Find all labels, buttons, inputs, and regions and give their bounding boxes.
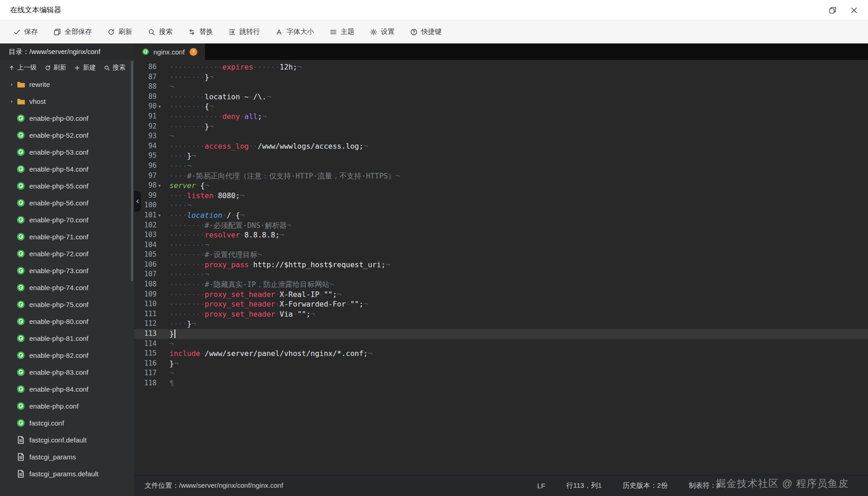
replace-button[interactable]: 替换	[180, 21, 221, 43]
fold-arrow-icon[interactable]: ▾	[157, 102, 163, 112]
tree-item-rewrite[interactable]: rewrite	[0, 76, 134, 93]
tree-item-label: enable-php-73.conf	[29, 267, 88, 275]
code-line-95[interactable]: 95····}¬	[134, 151, 868, 161]
code-line-88[interactable]: 88¬	[134, 82, 868, 92]
code-line-109[interactable]: 109········proxy_set_header·X-Real-IP·""…	[134, 290, 868, 300]
tree-item-fastcgi.conf.default[interactable]: fastcgi.conf.default	[0, 431, 134, 448]
code-line-107[interactable]: 107········¬	[134, 270, 868, 280]
conf-file-icon	[16, 114, 25, 123]
line-number: 94	[148, 141, 157, 151]
code-line-92[interactable]: 92········}¬	[134, 122, 868, 132]
tree-item-enable-php-80.conf[interactable]: enable-php-80.conf	[0, 313, 134, 330]
code-line-99[interactable]: 99····listen·8080;¬	[134, 191, 868, 201]
sidebar-nav-refresh[interactable]: 刷新	[45, 64, 66, 72]
code-line-118[interactable]: 118¶	[134, 378, 868, 388]
tree-item-enable-php-84.conf[interactable]: enable-php-84.conf	[0, 381, 134, 398]
tree-item-enable-php-70.conf[interactable]: enable-php-70.conf	[0, 211, 134, 228]
code-text: ········}¬	[164, 122, 213, 132]
tree-item-label: fastcgi.conf	[29, 419, 64, 427]
tree-item-enable-php-83.conf[interactable]: enable-php-83.conf	[0, 364, 134, 381]
line-number: 109	[144, 290, 157, 300]
tree-item-enable-php-81.conf[interactable]: enable-php-81.conf	[0, 330, 134, 347]
code-line-117[interactable]: 117¬	[134, 368, 868, 378]
code-line-102[interactable]: 102········#·必须配置·DNS·解析器¬	[134, 221, 868, 231]
sidebar-nav-search[interactable]: 搜索	[104, 64, 125, 72]
code-editor[interactable]: 86············expires······12h;¬87······…	[134, 60, 868, 475]
code-line-96[interactable]: 96····¬	[134, 161, 868, 171]
code-line-116[interactable]: 116}¬	[134, 359, 868, 369]
tree-item-enable-php-54.conf[interactable]: enable-php-54.conf	[0, 161, 134, 178]
shortcuts-button[interactable]: 快捷键	[402, 21, 450, 43]
refresh-button[interactable]: 刷新	[100, 21, 140, 43]
search-icon	[148, 28, 155, 36]
shortcuts-label: 快捷键	[421, 27, 442, 36]
sidebar-nav-new[interactable]: 新建	[74, 64, 96, 72]
code-line-93[interactable]: 93¬	[134, 131, 868, 141]
theme-button[interactable]: 主题	[322, 21, 362, 43]
tree-expand-icon[interactable]	[7, 82, 16, 87]
settings-button[interactable]: 设置	[362, 21, 402, 43]
tab-size-indicator[interactable]: 制表符：4	[689, 481, 720, 490]
tree-item-enable-php-73.conf[interactable]: enable-php-73.conf	[0, 262, 134, 279]
font-size-button[interactable]: 字体大小	[268, 21, 322, 43]
tree-item-enable-php-00.conf[interactable]: enable-php-00.conf	[0, 110, 134, 127]
close-icon[interactable]	[850, 6, 858, 14]
save-button[interactable]: 保存	[5, 21, 46, 43]
code-line-90[interactable]: 90▾········{¬	[134, 102, 868, 112]
tree-item-enable-php-72.conf[interactable]: enable-php-72.conf	[0, 245, 134, 262]
tree-item-fastcgi_params[interactable]: fastcgi_params	[0, 448, 134, 465]
tree-item-enable-php-52.conf[interactable]: enable-php-52.conf	[0, 127, 134, 144]
code-line-94[interactable]: 94········access_log··/www/wwwlogs/acces…	[134, 141, 868, 151]
code-line-108[interactable]: 108········#·隐藏真实·IP，防止泄露给目标网站¬	[134, 280, 868, 290]
code-line-112[interactable]: 112····}¬	[134, 319, 868, 329]
tree-expand-icon[interactable]	[7, 99, 16, 104]
history-versions[interactable]: 历史版本：2份	[623, 481, 667, 490]
code-line-98[interactable]: 98▾server·{¬	[134, 181, 868, 191]
tree-item-fastcgi_params.default[interactable]: fastcgi_params.default	[0, 465, 134, 482]
tree-item-label: enable-php-55.conf	[29, 182, 88, 190]
code-line-111[interactable]: 111········proxy_set_header·Via·"";¬	[134, 309, 868, 319]
code-line-103[interactable]: 103········resolver·8.8.8.8;¬	[134, 230, 868, 240]
code-line-101[interactable]: 101▾····location·/·{¬	[134, 210, 868, 221]
sidebar-collapse-handle[interactable]	[134, 191, 141, 212]
sidebar-nav-up-level[interactable]: 上一级	[9, 64, 37, 72]
line-gutter: 101▾	[134, 210, 164, 221]
tree-item-enable-php-82.conf[interactable]: enable-php-82.conf	[0, 347, 134, 364]
fold-arrow-icon[interactable]: ▾	[157, 210, 163, 221]
code-line-114[interactable]: 114¬	[134, 339, 868, 349]
code-line-115[interactable]: 115include·/www/server/panel/vhost/nginx…	[134, 349, 868, 359]
tree-item-enable-php-75.conf[interactable]: enable-php-75.conf	[0, 296, 134, 313]
code-line-87[interactable]: 87········}¬	[134, 72, 868, 82]
tab-nginx-conf[interactable]: nginx.conf !	[134, 43, 205, 60]
tree-item-enable-php-74.conf[interactable]: enable-php-74.conf	[0, 279, 134, 296]
code-line-91[interactable]: 91············deny·all;¬	[134, 112, 868, 122]
tree-item-fastcgi.conf[interactable]: fastcgi.conf	[0, 415, 134, 431]
maximize-restore-icon[interactable]	[829, 6, 836, 14]
search-button[interactable]: 搜索	[140, 21, 180, 43]
goto-line-label: 跳转行	[239, 27, 260, 36]
code-line-100[interactable]: 100····¬	[134, 200, 868, 210]
tree-item-enable-php-71.conf[interactable]: enable-php-71.conf	[0, 228, 134, 245]
code-line-104[interactable]: 104········¬	[134, 240, 868, 250]
code-line-110[interactable]: 110········proxy_set_header·X-Forwarded-…	[134, 299, 868, 309]
save-all-button[interactable]: 全部保存	[46, 21, 100, 43]
tree-item-vhost[interactable]: vhost	[0, 93, 134, 110]
tree-item-enable-php-53.conf[interactable]: enable-php-53.conf	[0, 144, 134, 161]
line-number: 91	[148, 112, 157, 122]
code-line-113[interactable]: 113}	[134, 329, 868, 339]
tree-item-enable-php-56.conf[interactable]: enable-php-56.conf	[0, 194, 134, 211]
tree-item-enable-php.conf[interactable]: enable-php.conf	[0, 398, 134, 415]
tree-item-enable-php-55.conf[interactable]: enable-php-55.conf	[0, 178, 134, 194]
line-ending-indicator[interactable]: LF	[537, 482, 546, 490]
code-line-86[interactable]: 86············expires······12h;¬	[134, 62, 868, 72]
line-number: 108	[144, 280, 157, 290]
code-line-105[interactable]: 105········#·设置代理目标¬	[134, 250, 868, 260]
code-line-97[interactable]: 97····#·简易正向代理（注意：仅支持·HTTP·流量，不支持·HTTPS）…	[134, 171, 868, 181]
code-line-89[interactable]: 89········location·~·/\.¬	[134, 92, 868, 102]
tree-item-label: fastcgi_params	[29, 453, 76, 461]
sidebar-scrollbar[interactable]	[131, 61, 133, 281]
fold-arrow-icon[interactable]: ▾	[157, 181, 163, 191]
code-text: ········#·隐藏真实·IP，防止泄露给目标网站¬	[164, 280, 334, 290]
code-line-106[interactable]: 106········proxy_pass·http://$http_host$…	[134, 260, 868, 270]
goto-line-button[interactable]: 跳转行	[221, 21, 268, 43]
